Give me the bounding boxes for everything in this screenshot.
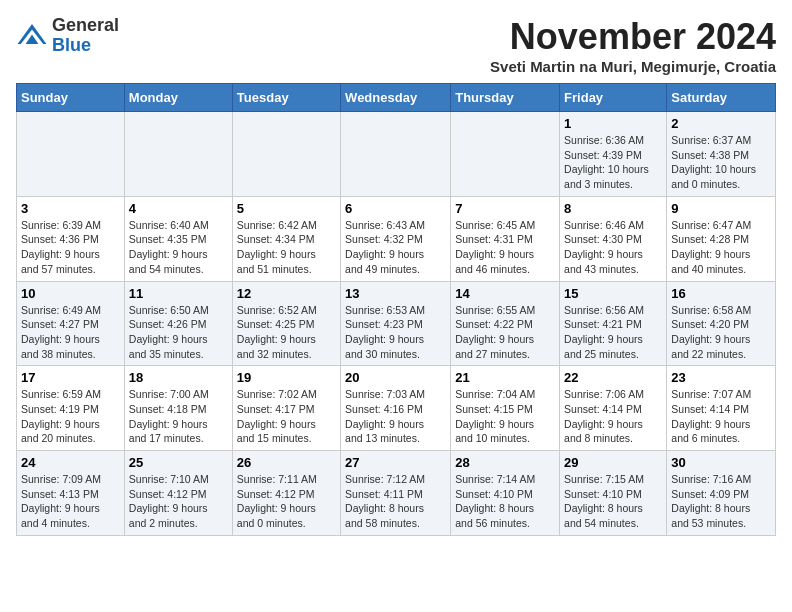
calendar-cell: 13Sunrise: 6:53 AMSunset: 4:23 PMDayligh…	[341, 281, 451, 366]
weekday-header-monday: Monday	[124, 84, 232, 112]
calendar-cell	[341, 112, 451, 197]
day-number: 17	[21, 370, 120, 385]
day-info: Sunrise: 6:39 AMSunset: 4:36 PMDaylight:…	[21, 218, 120, 277]
calendar-cell: 7Sunrise: 6:45 AMSunset: 4:31 PMDaylight…	[451, 196, 560, 281]
day-number: 23	[671, 370, 771, 385]
calendar-cell: 21Sunrise: 7:04 AMSunset: 4:15 PMDayligh…	[451, 366, 560, 451]
title-area: November 2024 Sveti Martin na Muri, Megi…	[490, 16, 776, 75]
day-info: Sunrise: 6:42 AMSunset: 4:34 PMDaylight:…	[237, 218, 336, 277]
calendar-cell: 14Sunrise: 6:55 AMSunset: 4:22 PMDayligh…	[451, 281, 560, 366]
logo-icon	[16, 20, 48, 52]
day-info: Sunrise: 6:43 AMSunset: 4:32 PMDaylight:…	[345, 218, 446, 277]
day-info: Sunrise: 6:45 AMSunset: 4:31 PMDaylight:…	[455, 218, 555, 277]
calendar-cell: 17Sunrise: 6:59 AMSunset: 4:19 PMDayligh…	[17, 366, 125, 451]
calendar-cell	[232, 112, 340, 197]
calendar-cell: 16Sunrise: 6:58 AMSunset: 4:20 PMDayligh…	[667, 281, 776, 366]
day-number: 13	[345, 286, 446, 301]
day-info: Sunrise: 6:47 AMSunset: 4:28 PMDaylight:…	[671, 218, 771, 277]
header: General Blue November 2024 Sveti Martin …	[16, 16, 776, 75]
day-number: 30	[671, 455, 771, 470]
day-number: 5	[237, 201, 336, 216]
day-number: 29	[564, 455, 662, 470]
calendar-cell: 24Sunrise: 7:09 AMSunset: 4:13 PMDayligh…	[17, 451, 125, 536]
day-number: 2	[671, 116, 771, 131]
calendar-cell: 27Sunrise: 7:12 AMSunset: 4:11 PMDayligh…	[341, 451, 451, 536]
calendar-cell: 30Sunrise: 7:16 AMSunset: 4:09 PMDayligh…	[667, 451, 776, 536]
calendar-header: SundayMondayTuesdayWednesdayThursdayFrid…	[17, 84, 776, 112]
day-number: 26	[237, 455, 336, 470]
calendar-cell: 28Sunrise: 7:14 AMSunset: 4:10 PMDayligh…	[451, 451, 560, 536]
calendar-cell: 29Sunrise: 7:15 AMSunset: 4:10 PMDayligh…	[560, 451, 667, 536]
logo: General Blue	[16, 16, 119, 56]
calendar-cell: 19Sunrise: 7:02 AMSunset: 4:17 PMDayligh…	[232, 366, 340, 451]
calendar-cell: 9Sunrise: 6:47 AMSunset: 4:28 PMDaylight…	[667, 196, 776, 281]
calendar-cell: 5Sunrise: 6:42 AMSunset: 4:34 PMDaylight…	[232, 196, 340, 281]
weekday-header-friday: Friday	[560, 84, 667, 112]
day-info: Sunrise: 7:07 AMSunset: 4:14 PMDaylight:…	[671, 387, 771, 446]
weekday-header-tuesday: Tuesday	[232, 84, 340, 112]
day-number: 18	[129, 370, 228, 385]
calendar-cell: 11Sunrise: 6:50 AMSunset: 4:26 PMDayligh…	[124, 281, 232, 366]
day-info: Sunrise: 6:55 AMSunset: 4:22 PMDaylight:…	[455, 303, 555, 362]
logo-line2: Blue	[52, 36, 119, 56]
day-info: Sunrise: 7:15 AMSunset: 4:10 PMDaylight:…	[564, 472, 662, 531]
day-info: Sunrise: 6:53 AMSunset: 4:23 PMDaylight:…	[345, 303, 446, 362]
day-info: Sunrise: 6:40 AMSunset: 4:35 PMDaylight:…	[129, 218, 228, 277]
day-number: 19	[237, 370, 336, 385]
location: Sveti Martin na Muri, Megimurje, Croatia	[490, 58, 776, 75]
day-number: 3	[21, 201, 120, 216]
week-row-1: 1Sunrise: 6:36 AMSunset: 4:39 PMDaylight…	[17, 112, 776, 197]
day-number: 4	[129, 201, 228, 216]
day-number: 11	[129, 286, 228, 301]
day-info: Sunrise: 6:46 AMSunset: 4:30 PMDaylight:…	[564, 218, 662, 277]
day-number: 20	[345, 370, 446, 385]
day-info: Sunrise: 7:09 AMSunset: 4:13 PMDaylight:…	[21, 472, 120, 531]
day-number: 10	[21, 286, 120, 301]
calendar-body: 1Sunrise: 6:36 AMSunset: 4:39 PMDaylight…	[17, 112, 776, 536]
day-info: Sunrise: 7:02 AMSunset: 4:17 PMDaylight:…	[237, 387, 336, 446]
calendar-cell: 18Sunrise: 7:00 AMSunset: 4:18 PMDayligh…	[124, 366, 232, 451]
calendar-cell: 25Sunrise: 7:10 AMSunset: 4:12 PMDayligh…	[124, 451, 232, 536]
calendar-cell	[17, 112, 125, 197]
day-info: Sunrise: 7:00 AMSunset: 4:18 PMDaylight:…	[129, 387, 228, 446]
day-number: 16	[671, 286, 771, 301]
calendar: SundayMondayTuesdayWednesdayThursdayFrid…	[16, 83, 776, 536]
week-row-2: 3Sunrise: 6:39 AMSunset: 4:36 PMDaylight…	[17, 196, 776, 281]
calendar-cell	[124, 112, 232, 197]
day-info: Sunrise: 6:37 AMSunset: 4:38 PMDaylight:…	[671, 133, 771, 192]
calendar-cell: 12Sunrise: 6:52 AMSunset: 4:25 PMDayligh…	[232, 281, 340, 366]
day-info: Sunrise: 7:03 AMSunset: 4:16 PMDaylight:…	[345, 387, 446, 446]
logo-line1: General	[52, 16, 119, 36]
day-info: Sunrise: 6:49 AMSunset: 4:27 PMDaylight:…	[21, 303, 120, 362]
calendar-cell: 10Sunrise: 6:49 AMSunset: 4:27 PMDayligh…	[17, 281, 125, 366]
day-info: Sunrise: 7:10 AMSunset: 4:12 PMDaylight:…	[129, 472, 228, 531]
day-number: 12	[237, 286, 336, 301]
day-info: Sunrise: 7:06 AMSunset: 4:14 PMDaylight:…	[564, 387, 662, 446]
day-number: 27	[345, 455, 446, 470]
calendar-cell	[451, 112, 560, 197]
day-number: 9	[671, 201, 771, 216]
day-number: 8	[564, 201, 662, 216]
day-info: Sunrise: 6:59 AMSunset: 4:19 PMDaylight:…	[21, 387, 120, 446]
calendar-cell: 1Sunrise: 6:36 AMSunset: 4:39 PMDaylight…	[560, 112, 667, 197]
day-number: 15	[564, 286, 662, 301]
day-info: Sunrise: 7:16 AMSunset: 4:09 PMDaylight:…	[671, 472, 771, 531]
day-number: 22	[564, 370, 662, 385]
calendar-cell: 4Sunrise: 6:40 AMSunset: 4:35 PMDaylight…	[124, 196, 232, 281]
calendar-cell: 3Sunrise: 6:39 AMSunset: 4:36 PMDaylight…	[17, 196, 125, 281]
day-info: Sunrise: 6:50 AMSunset: 4:26 PMDaylight:…	[129, 303, 228, 362]
day-info: Sunrise: 6:56 AMSunset: 4:21 PMDaylight:…	[564, 303, 662, 362]
week-row-5: 24Sunrise: 7:09 AMSunset: 4:13 PMDayligh…	[17, 451, 776, 536]
calendar-cell: 2Sunrise: 6:37 AMSunset: 4:38 PMDaylight…	[667, 112, 776, 197]
calendar-cell: 22Sunrise: 7:06 AMSunset: 4:14 PMDayligh…	[560, 366, 667, 451]
day-info: Sunrise: 7:14 AMSunset: 4:10 PMDaylight:…	[455, 472, 555, 531]
day-info: Sunrise: 6:58 AMSunset: 4:20 PMDaylight:…	[671, 303, 771, 362]
calendar-cell: 26Sunrise: 7:11 AMSunset: 4:12 PMDayligh…	[232, 451, 340, 536]
day-info: Sunrise: 6:52 AMSunset: 4:25 PMDaylight:…	[237, 303, 336, 362]
week-row-3: 10Sunrise: 6:49 AMSunset: 4:27 PMDayligh…	[17, 281, 776, 366]
day-number: 21	[455, 370, 555, 385]
weekday-header-saturday: Saturday	[667, 84, 776, 112]
calendar-cell: 8Sunrise: 6:46 AMSunset: 4:30 PMDaylight…	[560, 196, 667, 281]
calendar-cell: 20Sunrise: 7:03 AMSunset: 4:16 PMDayligh…	[341, 366, 451, 451]
day-info: Sunrise: 6:36 AMSunset: 4:39 PMDaylight:…	[564, 133, 662, 192]
